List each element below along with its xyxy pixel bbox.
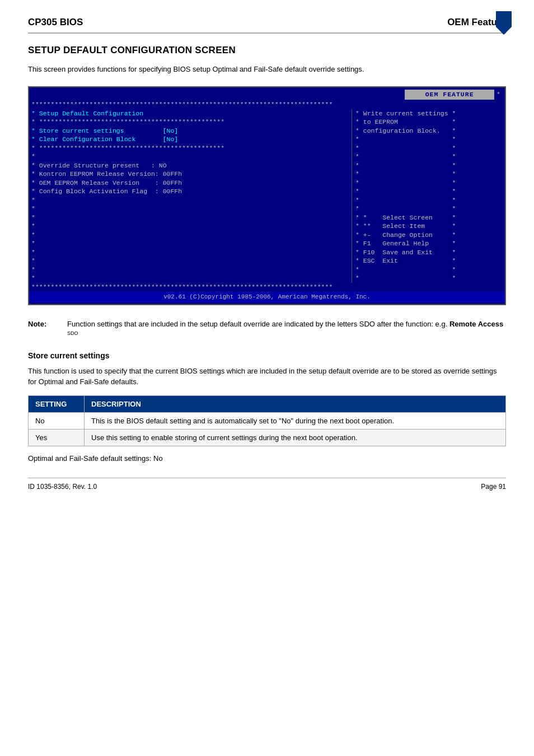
bios-line-9: * OEM EEPROM Release Version : 00FFh <box>31 179 350 188</box>
footnote-text: Optimal and Fail-Safe default settings: … <box>28 454 506 463</box>
bios-r-line-8: * * <box>355 170 503 179</box>
header-title-left: CP305 BIOS <box>28 17 83 28</box>
bios-line-11: * <box>31 196 350 205</box>
bios-r-line-1: * Write current settings * <box>355 109 503 118</box>
bios-stars-bottom: ****************************************… <box>29 283 505 292</box>
footer-right: Page 91 <box>481 483 506 491</box>
note-example-bold: Remote Access <box>449 320 503 328</box>
bios-screen: OEM FEATURE * **************************… <box>28 86 506 306</box>
bios-stars-top: ****************************************… <box>29 100 505 109</box>
bios-line-17: * <box>31 248 350 257</box>
bios-footer: v02.61 (C)Copyright 1985-2006, American … <box>29 292 505 302</box>
table-cell-description: This is the BIOS default setting and is … <box>85 412 506 429</box>
bios-line-16: * <box>31 239 350 248</box>
bios-r-line-3: * configuration Block. * <box>355 127 503 136</box>
bios-title-bar: OEM FEATURE <box>405 90 494 100</box>
table-cell-setting: No <box>29 412 85 429</box>
bios-line-14: * <box>31 222 350 231</box>
bios-r-line-9: * * <box>355 179 503 188</box>
footer-left: ID 1035-8356, Rev. 1.0 <box>28 483 97 491</box>
bios-r-line-10: * * <box>355 187 503 196</box>
note-block: Note: Function settings that are include… <box>28 319 506 340</box>
bios-line-10: * Config Block Activation Flag : 00FFh <box>31 187 350 196</box>
bios-line-13: * <box>31 213 350 222</box>
bios-line-19: * <box>31 265 350 274</box>
store-section-heading: Store current settings <box>28 351 506 360</box>
note-text: Function settings that are included in t… <box>67 319 506 340</box>
bios-r-line-4: * * <box>355 135 503 144</box>
bios-r-line-14: * ** Select Item * <box>355 222 503 231</box>
bios-line-3: * Store current settings [No] <box>31 127 350 136</box>
table-cell-setting: Yes <box>29 429 85 446</box>
bios-left-column: * Setup Default Configuration * ********… <box>31 109 352 283</box>
corner-accent <box>496 11 512 27</box>
bios-r-line-12: * * <box>355 204 503 213</box>
bios-line-4: * Clear Configuration Block [No] <box>31 135 350 144</box>
bios-r-line-5: * * <box>355 144 503 153</box>
page-footer: ID 1035-8356, Rev. 1.0 Page 91 <box>28 478 506 491</box>
bios-r-line-13: * * Select Screen * <box>355 213 503 222</box>
bios-right-column: * Write current settings * * to EEPROM *… <box>352 109 503 283</box>
settings-table: SETTING DESCRIPTION NoThis is the BIOS d… <box>28 395 506 446</box>
table-row: NoThis is the BIOS default setting and i… <box>29 412 506 429</box>
bios-line-6: * <box>31 152 350 161</box>
table-row: YesUse this setting to enable storing of… <box>29 429 506 446</box>
bios-r-line-20: * * <box>355 274 503 283</box>
bios-r-line-16: * F1 General Help * <box>355 239 503 248</box>
note-example-sup: SDO <box>67 330 78 336</box>
bios-line-8: * Kontron EEPROM Release Version: 00FFh <box>31 170 350 179</box>
note-label: Note: <box>28 319 67 340</box>
bios-line-1: * Setup Default Configuration <box>31 109 350 118</box>
bios-r-line-15: * +- Change Option * <box>355 231 503 240</box>
table-cell-description: Use this setting to enable storing of cu… <box>85 429 506 446</box>
section-title: SETUP DEFAULT CONFIGURATION SCREEN <box>28 45 506 56</box>
bios-r-line-17: * F10 Save and Exit * <box>355 248 503 257</box>
bios-r-line-6: * * <box>355 152 503 161</box>
bios-line-20: * <box>31 274 350 283</box>
col-header-setting: SETTING <box>29 395 85 412</box>
bios-r-line-19: * * <box>355 265 503 274</box>
bios-line-2: * **************************************… <box>31 118 350 127</box>
page-header: CP305 BIOS OEM Feature <box>28 17 506 34</box>
bios-line-15: * <box>31 231 350 240</box>
bios-r-line-7: * * <box>355 161 503 170</box>
bios-line-5: * **************************************… <box>31 144 350 153</box>
intro-text: This screen provides functions for speci… <box>28 64 506 75</box>
bios-r-line-11: * * <box>355 196 503 205</box>
bios-r-line-18: * ESC Exit * <box>355 256 503 265</box>
bios-line-7: * Override Structure present : NO <box>31 161 350 170</box>
note-text-content: Function settings that are included in t… <box>67 320 447 328</box>
col-header-description: DESCRIPTION <box>85 395 506 412</box>
bios-r-line-2: * to EEPROM * <box>355 118 503 127</box>
bios-line-18: * <box>31 256 350 265</box>
bios-line-12: * <box>31 204 350 213</box>
store-section-body: This function is used to specify that th… <box>28 366 506 388</box>
